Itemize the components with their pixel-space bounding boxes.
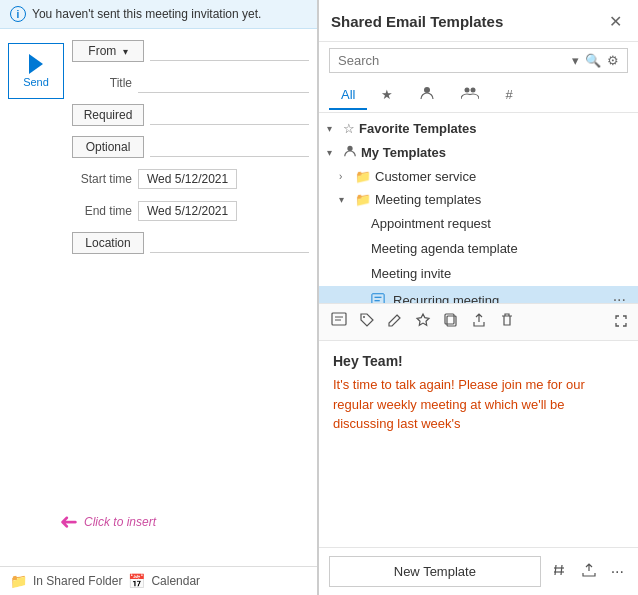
meeting-form-panel: i You haven't sent this meeting invitati… (0, 0, 318, 595)
optional-row: Optional (72, 133, 309, 161)
location-button[interactable]: Location (72, 232, 144, 254)
info-icon: i (10, 6, 26, 22)
close-button[interactable]: ✕ (605, 10, 626, 33)
bottom-actions: ··· (547, 560, 628, 583)
send-section: Send (8, 37, 64, 558)
customer-service-label: Customer service (375, 169, 476, 184)
title-row: Title (72, 69, 309, 97)
svg-line-9 (555, 565, 556, 575)
from-input[interactable] (150, 42, 309, 61)
action-toolbar (319, 303, 638, 341)
info-banner: i You haven't sent this meeting invitati… (0, 0, 317, 29)
location-input[interactable] (150, 234, 309, 253)
from-dropdown-icon: ▾ (123, 46, 128, 57)
copy-button[interactable] (441, 310, 461, 334)
search-input[interactable] (338, 53, 566, 68)
location-row: Location (72, 229, 309, 257)
expand-button[interactable] (614, 314, 628, 331)
required-row: Required (72, 101, 309, 129)
chevron-down-icon: ▾ (327, 123, 339, 134)
svg-rect-4 (372, 293, 384, 303)
tab-hash[interactable]: # (493, 81, 524, 110)
form-area: Send From ▾ Title Required (0, 29, 317, 566)
bottom-label: In Shared Folder (33, 574, 122, 588)
share-button[interactable] (469, 310, 489, 334)
title-label: Title (72, 76, 132, 90)
end-time-label: End time (72, 204, 132, 218)
tab-favorites[interactable]: ★ (369, 81, 405, 110)
template-meeting-invite[interactable]: Meeting invite (319, 261, 638, 286)
upload-button[interactable] (577, 560, 601, 583)
click-to-insert-hint: ➜ Click to insert (60, 509, 156, 535)
preview-greeting: Hey Team! (333, 353, 624, 369)
subgroup-meeting-templates[interactable]: ▾ 📁 Meeting templates (319, 188, 638, 211)
optional-button[interactable]: Optional (72, 136, 144, 158)
svg-line-10 (561, 565, 562, 575)
folder-icon: 📁 (10, 573, 27, 589)
svg-point-6 (363, 316, 365, 318)
pink-arrow-icon: ➜ (60, 509, 78, 535)
from-button[interactable]: From ▾ (72, 40, 144, 62)
start-date-value[interactable]: Wed 5/12/2021 (138, 169, 237, 189)
meeting-templates-folder-icon: 📁 (355, 192, 371, 207)
subgroup-customer-service[interactable]: › 📁 Customer service (319, 165, 638, 188)
panel-more-button[interactable]: ··· (607, 561, 628, 583)
search-button[interactable]: 🔍 (585, 53, 601, 68)
svg-point-0 (424, 87, 430, 93)
end-date-value[interactable]: Wed 5/12/2021 (138, 201, 237, 221)
template-list: ▾ ☆ Favorite Templates ▾ My Templates › … (319, 113, 638, 303)
chevron-down-icon-3: ▾ (339, 194, 351, 205)
template-recurring-meeting[interactable]: Recurring meeting ··· (319, 286, 638, 303)
required-input[interactable] (150, 106, 309, 125)
new-template-button[interactable]: New Template (329, 556, 541, 587)
group-my-templates[interactable]: ▾ My Templates (319, 140, 638, 165)
svg-point-1 (465, 88, 470, 93)
from-row: From ▾ (72, 37, 309, 65)
tag-button[interactable] (357, 310, 377, 334)
hashtag-button[interactable] (547, 560, 571, 583)
svg-point-3 (347, 146, 352, 151)
panel-bottom-bar: New Template ··· (319, 547, 638, 595)
filter-button[interactable]: ⚙ (607, 53, 619, 68)
shared-email-templates-panel: Shared Email Templates ✕ ▾ 🔍 ⚙ All ★ # ▾… (318, 0, 638, 595)
template-preview-area: Hey Team! It's time to talk again! Pleas… (319, 341, 638, 547)
search-dropdown-button[interactable]: ▾ (572, 53, 579, 68)
info-text: You haven't sent this meeting invitation… (32, 7, 261, 21)
send-arrow-icon (29, 54, 43, 74)
delete-button[interactable] (497, 310, 517, 334)
template-recurring-icon (371, 292, 385, 304)
chevron-down-icon-2: ▾ (327, 147, 339, 158)
recurring-meeting-more-button[interactable]: ··· (611, 291, 628, 303)
panel-title: Shared Email Templates (331, 13, 503, 30)
tab-group[interactable] (449, 79, 491, 112)
template-meeting-agenda[interactable]: Meeting agenda template (319, 236, 638, 261)
svg-point-2 (471, 88, 476, 93)
my-templates-label: My Templates (361, 145, 446, 160)
search-icons-group: ▾ 🔍 ⚙ (572, 53, 619, 68)
click-to-insert-text: Click to insert (84, 515, 156, 529)
fields-section: From ▾ Title Required Optional (72, 37, 309, 558)
edit-button[interactable] (385, 310, 405, 334)
svg-rect-5 (332, 313, 346, 325)
send-label: Send (23, 76, 49, 88)
start-time-row: Start time Wed 5/12/2021 (72, 165, 309, 193)
send-button[interactable]: Send (8, 43, 64, 99)
required-button[interactable]: Required (72, 104, 144, 126)
favorite-group-star-icon: ☆ (343, 121, 355, 136)
insert-template-button[interactable] (329, 310, 349, 334)
favorite-button[interactable] (413, 310, 433, 334)
tab-all[interactable]: All (329, 81, 367, 110)
title-input[interactable] (138, 74, 309, 93)
group-favorite-templates[interactable]: ▾ ☆ Favorite Templates (319, 117, 638, 140)
my-templates-person-icon (343, 144, 357, 161)
optional-input[interactable] (150, 138, 309, 157)
meeting-invite-label: Meeting invite (371, 266, 628, 281)
template-appointment-request[interactable]: Appointment request (319, 211, 638, 236)
panel-header: Shared Email Templates ✕ (319, 0, 638, 42)
chevron-right-icon: › (339, 171, 351, 182)
calendar-icon: 📅 (128, 573, 145, 589)
bottom-status-bar: 📁 In Shared Folder 📅 Calendar (0, 566, 317, 595)
customer-service-folder-icon: 📁 (355, 169, 371, 184)
calendar-label: Calendar (151, 574, 200, 588)
tab-person[interactable] (407, 79, 447, 112)
